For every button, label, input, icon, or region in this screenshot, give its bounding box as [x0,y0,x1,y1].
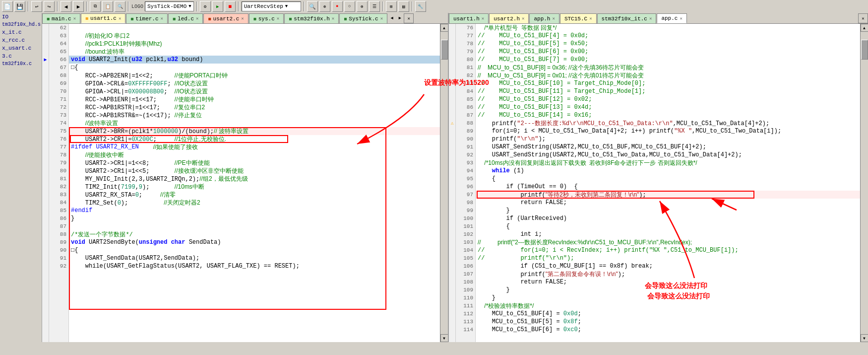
find-btn[interactable]: 🔍 [115,1,125,12]
tab-close-all[interactable]: ✕ [404,13,414,23]
tab-usart2-c[interactable]: ◼ usart2.c ✕ [203,13,248,23]
zoom-btn[interactable]: ⊕ [319,1,330,12]
left-scrollbar-v[interactable]: ▲ ▼ [440,24,448,342]
tab-close-apph[interactable]: ✕ [552,16,555,21]
sidebar-item-hd[interactable]: tm32f10x_hd.s [0,21,42,28]
circle1-btn[interactable]: ○ [344,1,355,12]
tab-usart2-h[interactable]: usart2.h ✕ [489,13,529,23]
undo-btn[interactable]: ↩ [31,1,42,12]
tab-usart1-h[interactable]: usart1.h ✕ [449,13,489,23]
tab-close-appc[interactable]: ✕ [680,16,682,21]
sep8 [382,1,383,11]
sidebar-item-f10x[interactable]: tm32f10x.c [0,60,42,68]
new-file-btn[interactable]: 📄 [2,1,13,12]
ln-89: 89 [49,238,68,246]
tab-scroll-left[interactable]: ◄ [388,13,396,23]
tool-btn[interactable]: 🔧 [415,1,426,12]
line-83-text: USART2_RX_STA=0; //清零 [71,191,176,199]
right-scrollbar-v[interactable]: ▲ ▼ [860,24,868,342]
code-line-72: RCC->APB1RSTR|=1<<17; //复位串口2 [69,103,440,111]
line-76-text: USART2->CR1|=0X200C; //1位停止,无校验位. [71,135,226,143]
tab-scroll-right[interactable]: ► [396,13,404,23]
rln-113: 113 [456,318,475,326]
ln-64: 64 [49,40,68,48]
tab-main-c[interactable]: ◼ main.c ✕ [42,13,80,23]
rc-111: /*校验波特率数据*/ [478,302,534,310]
tab-close-sys[interactable]: ✕ [277,16,279,21]
rind-92 [449,151,455,159]
tab-close-main[interactable]: ✕ [73,16,76,21]
tab-close-stm32h[interactable]: ✕ [332,16,334,21]
stop-btn[interactable]: ⏹ [225,1,236,12]
tab-label-led: led.c [178,16,194,22]
tab-close-stc15[interactable]: ✕ [589,16,592,21]
tab-close-right-all[interactable]: ✕ [858,13,868,23]
code-line-90: □{ [69,246,440,254]
scroll-up-left[interactable]: ▲ [440,24,448,32]
save-btn[interactable]: 💾 [14,1,25,12]
sidebar-item-io[interactable]: IO [0,13,42,21]
sidebar-item-rcc[interactable]: x_rcc.c [0,36,42,44]
tab-stc15[interactable]: STC15.C ✕ [560,13,597,23]
scroll-down-left[interactable]: ▼ [440,334,448,342]
tab-usart1-c[interactable]: ◼ usart1.c ✕ [81,13,125,23]
sidebar-item-3c[interactable]: 3.c [0,52,42,60]
redo-btn[interactable]: ↪ [44,1,55,12]
ln-77: 77 [49,143,68,151]
ind-88 [42,230,49,238]
menu-btn[interactable]: ☰ [369,1,380,12]
scroll-down-right[interactable]: ▼ [861,334,868,342]
tab-stm32-it[interactable]: stm32f10x_it.c ✕ [597,13,657,23]
tab-led-c[interactable]: ◼ led.c ✕ [168,13,203,23]
paste-btn[interactable]: 📋 [102,1,113,12]
back-btn[interactable]: ◀ [61,1,71,12]
sidebar-item-it[interactable]: x_it.c [0,28,42,36]
scroll-thumb-left[interactable] [441,40,448,60]
left-code-content[interactable]: //初始化IO 串口2 //pclk1:PCLK1时钟频率(Mhz) //bou… [69,24,440,342]
rcode-76: /*单片机型号 等数据 回复*/ [476,24,860,32]
tab-close-usart2[interactable]: ✕ [241,16,244,21]
build-btn[interactable]: ▶ [212,1,223,12]
rln-78: 78 [456,40,475,48]
tab-close-timer[interactable]: ✕ [161,16,163,21]
scroll-up-right[interactable]: ▲ [861,24,868,32]
right-code-content[interactable]: /*单片机型号 等数据 回复*/ // MCU_to_C51_BUF[4] = … [476,24,860,342]
tab-sys-c[interactable]: ◼ sys.c ✕ [249,13,284,23]
tab-close-usart1[interactable]: ✕ [119,16,121,21]
rind-78 [449,40,455,48]
scroll-thumb-right[interactable] [861,40,868,60]
tab-app-c[interactable]: app.c ✕ [657,13,686,23]
project-combo[interactable]: SysTick-DEMO ▼ [145,1,194,11]
copy-btn[interactable]: ⧉ [90,1,101,12]
code-line-83: USART2_RX_STA=0; //清零 [69,191,440,199]
tab-systick[interactable]: ◼ SysTick.c ✕ [339,13,387,23]
ln-82: 82 [49,183,68,191]
tab-close-systick[interactable]: ✕ [380,16,383,21]
ln-80: 80 [49,167,68,175]
kw-char: char [171,239,186,246]
rind-84 [449,87,455,95]
tab-timer-c[interactable]: ◼ timer.c ✕ [126,13,168,23]
tab-close-stm32it[interactable]: ✕ [649,16,652,21]
debug-btn[interactable]: ● [332,1,343,12]
rind-97 [449,191,455,199]
view-btn[interactable]: ⊞ [386,1,397,12]
fwd-btn[interactable]: ▶ [73,1,84,12]
tab-close-usart1h[interactable]: ✕ [482,16,484,21]
tab-app-h[interactable]: app.h ✕ [529,13,559,23]
tab-close-usart2h[interactable]: ✕ [522,16,524,21]
tab-icon-systick: ◼ [344,16,347,22]
ind-83 [42,191,49,199]
func-89c: SendData) [185,239,221,246]
rc-98-text: return FALSE; [478,199,567,206]
rc-91-text: USART_SendString(USART2,MCU_to_C51_BUF,M… [478,143,706,150]
layout-btn[interactable]: ▤ [398,1,409,12]
search-btn[interactable]: 🔍 [307,1,318,12]
circle2-btn[interactable]: ⊗ [357,1,368,12]
sidebar-item-usart[interactable]: x_usart.c [0,44,42,52]
title-combo[interactable]: UartRecvStep ▼ [242,1,301,11]
settings-btn[interactable]: ⚙ [200,1,211,12]
tab-stm32h[interactable]: ◼ stm32f10x.h ✕ [284,13,339,23]
ln-65: 65 [49,48,68,56]
tab-close-led[interactable]: ✕ [196,16,198,21]
